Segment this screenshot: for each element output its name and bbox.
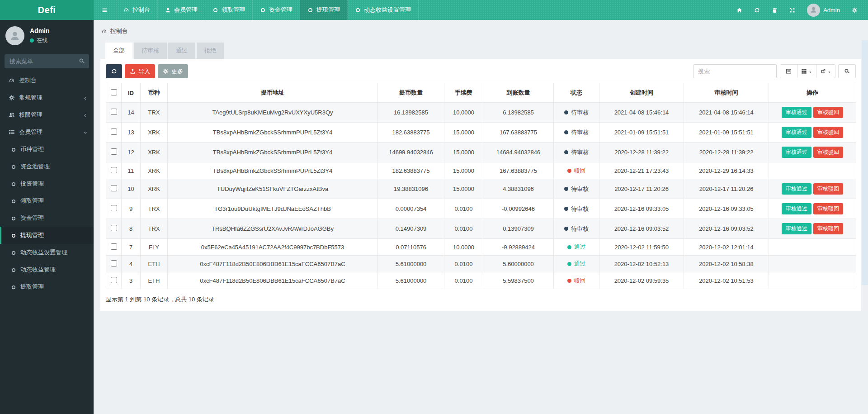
row-checkbox[interactable] <box>111 148 117 155</box>
refresh-button[interactable] <box>106 64 122 78</box>
nav-item-label: 控制台 <box>132 6 150 14</box>
tab-all[interactable]: 全部 <box>105 43 132 59</box>
tab-passed[interactable]: 通过 <box>168 43 195 59</box>
approve-button[interactable]: 审核通过 <box>782 107 811 118</box>
nav-item-dynamic-income-settings[interactable]: 动态收益设置管理 <box>348 0 419 20</box>
cell-fee: 0.0100 <box>444 219 483 239</box>
sidebar-item-investment[interactable]: 投资管理 <box>0 175 94 192</box>
nav-item-withdraw[interactable]: 提现管理 <box>300 0 348 20</box>
chevron-down-icon <box>83 129 88 136</box>
export-icon <box>820 68 826 75</box>
sidebar-item-members[interactable]: 会员管理 <box>0 124 94 141</box>
trash-button[interactable] <box>766 0 783 20</box>
sidebar-item-dashboard[interactable]: 控制台 <box>0 72 94 89</box>
navbar-quick-icons <box>731 0 801 20</box>
cell-amount: 19.38831096 <box>378 179 444 199</box>
column-header: 状态 <box>554 83 599 103</box>
sidebar-toggle-button[interactable] <box>94 0 116 20</box>
cell-audited-at: 2020-12-29 16:14:33 <box>684 162 769 179</box>
status-dot-icon <box>567 245 571 249</box>
row-checkbox[interactable] <box>111 109 117 115</box>
reject-button[interactable]: 审核驳回 <box>813 223 843 234</box>
expand-button[interactable] <box>783 0 801 20</box>
status-badge: 待审核 <box>564 128 589 137</box>
navbar-user-menu[interactable]: Admin <box>801 0 846 20</box>
sidebar-item-funds[interactable]: 资金管理 <box>0 209 94 227</box>
cell-status: 待审核 <box>554 179 599 199</box>
caret-down-icon <box>827 68 831 75</box>
nav-item-members[interactable]: 会员管理 <box>158 0 205 20</box>
approve-button[interactable]: 审核通过 <box>782 203 811 214</box>
sidebar-item-permissions[interactable]: 权限管理 <box>0 106 94 124</box>
avatar <box>807 4 820 17</box>
approve-button[interactable]: 审核通过 <box>782 223 811 234</box>
sidebar-user-name: Admin <box>30 27 50 34</box>
export-view-button[interactable] <box>816 64 835 78</box>
approve-button[interactable]: 审核通过 <box>782 183 811 195</box>
row-checkbox[interactable] <box>111 277 117 283</box>
home-button[interactable] <box>731 0 748 20</box>
row-checkbox[interactable] <box>111 128 117 135</box>
nav-item-funds[interactable]: 资金管理 <box>253 0 300 20</box>
table-view-button[interactable] <box>780 64 797 78</box>
import-button[interactable]: 导入 <box>125 64 155 78</box>
main-content: 控制台 全部待审核通过拒绝 导入 更多 <box>94 20 868 414</box>
approve-button[interactable]: 审核通过 <box>782 127 811 138</box>
row-checkbox[interactable] <box>111 167 117 173</box>
sidebar-item-extraction[interactable]: 提取管理 <box>0 278 94 295</box>
sidebar-item-claim[interactable]: 领取管理 <box>0 192 94 209</box>
table-search-input[interactable] <box>693 64 777 78</box>
search-icon[interactable] <box>79 58 85 65</box>
grid-view-button[interactable] <box>797 64 816 78</box>
reject-button[interactable]: 审核驳回 <box>813 147 843 158</box>
reject-button[interactable]: 审核驳回 <box>813 183 843 195</box>
sidebar-item-general[interactable]: 常规管理 <box>0 89 94 106</box>
circle-o-icon <box>11 266 16 273</box>
search-button[interactable] <box>838 64 856 78</box>
column-header: 审核时间 <box>684 83 769 103</box>
brand-logo[interactable]: Defi <box>0 0 94 20</box>
menu-search-input[interactable] <box>5 54 89 68</box>
more-button[interactable]: 更多 <box>158 64 188 78</box>
refresh-button[interactable] <box>748 0 766 20</box>
nav-item-claim[interactable]: 领取管理 <box>205 0 253 20</box>
sidebar-item-withdraw[interactable]: 提现管理 <box>0 227 94 244</box>
cell-actions: 审核通过审核驳回 <box>769 179 856 199</box>
sidebar-item-coins[interactable]: 币种管理 <box>0 141 94 158</box>
row-checkbox[interactable] <box>111 225 117 231</box>
status-label: 待审核 <box>571 185 589 193</box>
cell-created-at: 2020-12-16 09:03:52 <box>599 219 684 239</box>
trash-icon <box>772 7 778 14</box>
sidebar-item-dynamic-income[interactable]: 动态收益管理 <box>0 261 94 278</box>
approve-button[interactable]: 审核通过 <box>782 147 811 158</box>
toolbar-right <box>693 64 856 78</box>
scrollbar[interactable] <box>862 40 868 285</box>
cell-received: 167.63883775 <box>483 162 554 179</box>
cell-status: 待审核 <box>554 199 599 219</box>
row-checkbox[interactable] <box>111 205 117 211</box>
sidebar-item-pool[interactable]: 资金池管理 <box>0 158 94 175</box>
tab-rejected[interactable]: 拒绝 <box>197 43 224 59</box>
cell-address: TG3r1ou9DuUktgfMETJ9dJNaEEoSAZThbB <box>168 199 378 219</box>
tab-pending[interactable]: 待审核 <box>134 43 167 59</box>
select-all-checkbox[interactable] <box>111 89 117 95</box>
row-checkbox[interactable] <box>111 185 117 191</box>
reject-button[interactable]: 审核驳回 <box>813 203 843 214</box>
cell-coin: XRK <box>141 123 168 143</box>
column-header: 创建时间 <box>599 83 684 103</box>
cell-id: 11 <box>122 162 141 179</box>
nav-item-dashboard[interactable]: 控制台 <box>116 0 158 20</box>
row-checkbox[interactable] <box>111 260 117 266</box>
sidebar-item-label: 控制台 <box>19 76 37 85</box>
sidebar-item-label: 资金管理 <box>20 214 44 222</box>
reject-button[interactable]: 审核驳回 <box>813 107 843 118</box>
row-checkbox[interactable] <box>111 243 117 250</box>
cell-id: 10 <box>122 179 141 199</box>
status-dot-icon <box>567 279 571 283</box>
cell-id: 7 <box>122 239 141 256</box>
cell-coin: TRX <box>141 103 168 123</box>
sidebar-item-dynamic-income-settings[interactable]: 动态收益设置管理 <box>0 244 94 261</box>
reject-button[interactable]: 审核驳回 <box>813 127 843 138</box>
cell-coin: XRK <box>141 179 168 199</box>
navbar-settings-button[interactable] <box>846 0 863 20</box>
